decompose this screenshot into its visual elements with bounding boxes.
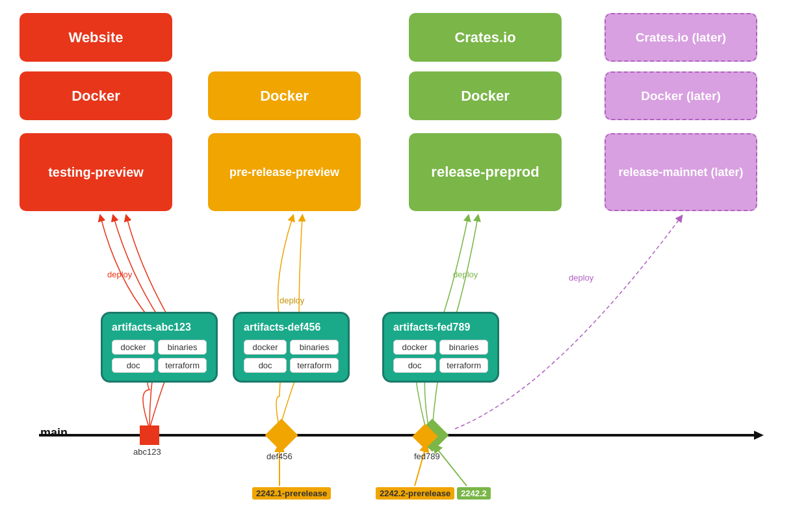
artifact-docker: docker <box>112 340 155 355</box>
svg-marker-1 <box>754 431 764 440</box>
docker-green-label: Docker <box>461 88 510 105</box>
artifact-binaries2: binaries <box>290 340 339 355</box>
release-mainnet-box: release-mainnet (later) <box>604 133 757 211</box>
commit-abc123 <box>140 425 159 445</box>
release-preprod-label: release-preprod <box>431 164 539 181</box>
website-red-box: Website <box>20 13 172 62</box>
artifact-binaries3: binaries <box>439 340 488 355</box>
artifact-docker3: docker <box>393 340 436 355</box>
artifacts-fed789-grid: docker binaries doc terraform <box>393 340 488 373</box>
commit-abc123-label: abc123 <box>133 447 161 457</box>
crates-io-box: Crates.io <box>409 13 562 62</box>
artifact-doc2: doc <box>244 358 287 373</box>
artifact-terraform: terraform <box>158 358 207 373</box>
deploy-purple-label: deploy <box>569 273 593 283</box>
artifacts-abc123-grid: docker binaries doc terraform <box>112 340 207 373</box>
release-preprod-box: release-preprod <box>409 133 562 211</box>
artifact-doc: doc <box>112 358 155 373</box>
artifacts-def456-title: artifacts-def456 <box>244 322 320 333</box>
artifact-terraform2: terraform <box>290 358 339 373</box>
crates-io-label: Crates.io <box>454 29 515 46</box>
artifacts-fed789-title: artifacts-fed789 <box>393 322 470 333</box>
artifacts-def456-grid: docker binaries doc terraform <box>244 340 339 373</box>
main-label: main <box>40 426 68 440</box>
deploy-red-label: deploy <box>107 270 132 279</box>
pre-release-preview-box: pre-release-preview <box>208 133 361 211</box>
tag-2242-1-pre: 2242.1-prerelease <box>252 487 331 500</box>
docker-orange-label: Docker <box>260 88 309 105</box>
commit-def456-label: def456 <box>266 451 292 461</box>
commit-fed789-label: fed789 <box>414 451 440 461</box>
docker-green-box: Docker <box>409 71 562 120</box>
deploy-green-label: deploy <box>453 270 478 279</box>
tag-2242-2-pre: 2242.2-prerelease <box>376 487 454 500</box>
docker-later-label: Docker (later) <box>641 89 721 103</box>
testing-preview-label: testing-preview <box>48 165 144 180</box>
release-mainnet-label: release-mainnet (later) <box>618 166 743 179</box>
pre-release-preview-label: pre-release-preview <box>229 166 339 179</box>
artifact-docker2: docker <box>244 340 287 355</box>
crates-io-later-box: Crates.io (later) <box>604 13 757 62</box>
docker-orange-box: Docker <box>208 71 361 120</box>
docker-later-box: Docker (later) <box>604 71 757 120</box>
svg-line-4 <box>436 447 467 486</box>
artifacts-def456-box: artifacts-def456 docker binaries doc ter… <box>233 312 350 383</box>
artifacts-fed789-box: artifacts-fed789 docker binaries doc ter… <box>382 312 499 383</box>
testing-preview-box: testing-preview <box>20 133 172 211</box>
website-red-label: Website <box>69 29 124 46</box>
diagram-container: Website Docker testing-preview Docker pr… <box>0 0 793 532</box>
docker-red-label: Docker <box>72 88 120 105</box>
docker-red-box: Docker <box>20 71 172 120</box>
tag-2242-2: 2242.2 <box>457 487 491 500</box>
artifact-binaries: binaries <box>158 340 207 355</box>
artifact-terraform3: terraform <box>439 358 488 373</box>
artifacts-abc123-title: artifacts-abc123 <box>112 322 191 333</box>
artifact-doc3: doc <box>393 358 436 373</box>
artifacts-abc123-box: artifacts-abc123 docker binaries doc ter… <box>101 312 218 383</box>
commit-def456 <box>265 419 298 452</box>
deploy-orange-label: deploy <box>280 296 304 305</box>
crates-io-later-label: Crates.io (later) <box>636 31 726 45</box>
